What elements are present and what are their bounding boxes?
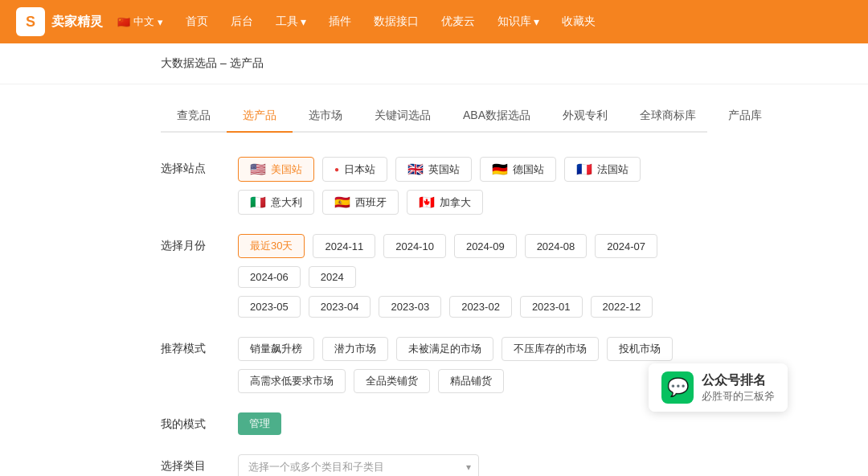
lang-button[interactable]: 🇨🇳 中文 ▾ <box>111 11 170 32</box>
nav-backend[interactable]: 后台 <box>219 10 264 34</box>
month-recent30[interactable]: 最近30天 <box>238 234 305 258</box>
nav-favorites[interactable]: 收藏夹 <box>551 10 607 34</box>
site-jp[interactable]: ● 日本站 <box>322 157 387 182</box>
tab-design-patent[interactable]: 外观专利 <box>547 101 624 133</box>
month-2023-03[interactable]: 2023-03 <box>379 296 441 318</box>
category-label: 选择类目 <box>161 454 225 474</box>
mode-options: 销量飙升榜 潜力市场 未被满足的市场 不压库存的市场 投机市场 高需求低要求市场… <box>238 337 707 393</box>
my-mode-section: 我的模式 管理 <box>161 412 707 435</box>
month-2024-10[interactable]: 2024-10 <box>383 234 446 258</box>
tab-product-library[interactable]: 产品库 <box>712 101 778 133</box>
site-section: 选择站点 🇺🇸 美国站 ● 日本站 🇬🇧 英国站 🇩🇪 德国站 🇫🇷 法国站 <box>161 157 707 215</box>
de-flag: 🇩🇪 <box>492 162 508 177</box>
site-it[interactable]: 🇮🇹 意大利 <box>238 190 314 215</box>
site-label: 选择站点 <box>161 157 225 176</box>
month-row1: 最近30天 2024-11 2024-10 2024-09 2024-08 20… <box>238 234 707 288</box>
month-2024-09[interactable]: 2024-09 <box>454 234 517 258</box>
it-flag: 🇮🇹 <box>250 195 266 210</box>
watermark-title: 公众号排名 <box>702 372 775 389</box>
logo[interactable]: S 卖家精灵 <box>16 7 103 36</box>
month-2023-02[interactable]: 2023-02 <box>449 296 512 318</box>
tab-query-competitors[interactable]: 查竞品 <box>161 101 227 133</box>
lang-label: 中文 <box>133 14 154 29</box>
nav-home[interactable]: 首页 <box>174 10 219 34</box>
mode-label: 推荐模式 <box>161 337 225 356</box>
nav-tools[interactable]: 工具 ▾ <box>264 10 317 34</box>
my-mode-options: 管理 <box>238 412 281 435</box>
month-2023-05[interactable]: 2023-05 <box>238 296 301 318</box>
site-fr[interactable]: 🇫🇷 法国站 <box>564 157 641 182</box>
mode-unmet[interactable]: 未被满足的市场 <box>396 337 493 361</box>
logo-text: 卖家精灵 <box>51 14 103 31</box>
month-2024-11[interactable]: 2024-11 <box>313 234 375 258</box>
site-options: 🇺🇸 美国站 ● 日本站 🇬🇧 英国站 🇩🇪 德国站 🇫🇷 法国站 🇮🇹 <box>238 157 707 215</box>
mode-boutique[interactable]: 精品铺货 <box>438 369 504 393</box>
jp-dot: ● <box>334 165 339 174</box>
site-us[interactable]: 🇺🇸 美国站 <box>238 157 314 182</box>
mode-no-stock-pressure[interactable]: 不压库存的市场 <box>502 337 599 361</box>
tab-keyword-select[interactable]: 关键词选品 <box>358 101 447 133</box>
nav-knowledge[interactable]: 知识库 ▾ <box>486 10 551 34</box>
month-2023-01[interactable]: 2023-01 <box>520 296 583 318</box>
month-2024-06[interactable]: 2024-06 <box>238 266 301 288</box>
tab-select-market[interactable]: 选市场 <box>293 101 358 133</box>
navbar: S 卖家精灵 🇨🇳 中文 ▾ 首页 后台 工具 ▾ 插件 数据接口 优麦云 知识… <box>0 0 868 43</box>
month-label: 选择月份 <box>161 234 225 253</box>
lang-arrow: ▾ <box>158 16 163 28</box>
mode-sales-surge[interactable]: 销量飙升榜 <box>238 337 314 361</box>
mode-section: 推荐模式 销量飙升榜 潜力市场 未被满足的市场 不压库存的市场 投机市场 高需求… <box>161 337 707 393</box>
logo-icon: S <box>16 7 45 36</box>
mode-speculative[interactable]: 投机市场 <box>607 337 673 361</box>
tab-select-product[interactable]: 选产品 <box>227 101 293 133</box>
month-2024-07[interactable]: 2024-07 <box>595 234 657 258</box>
nav-data-api[interactable]: 数据接口 <box>362 10 430 34</box>
fr-flag: 🇫🇷 <box>576 162 592 177</box>
breadcrumb-bar: 大数据选品 – 选产品 <box>0 43 868 84</box>
breadcrumb: 大数据选品 – 选产品 <box>161 56 264 69</box>
page-body: 查竞品 选产品 选市场 关键词选品 ABA数据选品 外观专利 全球商标库 产品库… <box>0 84 868 476</box>
my-mode-label: 我的模式 <box>161 412 225 432</box>
us-flag: 🇺🇸 <box>250 162 266 177</box>
watermark-overlay: 💬 公众号排名 必胜哥的三板斧 <box>649 363 788 412</box>
site-es[interactable]: 🇪🇸 西班牙 <box>322 190 399 215</box>
ca-flag: 🇨🇦 <box>419 195 435 210</box>
category-select[interactable]: 选择一个或多个类目和子类目 <box>238 454 479 476</box>
month-row2: 2023-05 2023-04 2023-03 2023-02 2023-01 … <box>238 296 707 318</box>
site-ca[interactable]: 🇨🇦 加拿大 <box>407 190 483 215</box>
month-2022-12[interactable]: 2022-12 <box>591 296 653 318</box>
mode-potential[interactable]: 潜力市场 <box>322 337 388 361</box>
manage-button[interactable]: 管理 <box>238 412 281 435</box>
tab-global-trademark[interactable]: 全球商标库 <box>624 101 712 133</box>
mode-all-category[interactable]: 全品类铺货 <box>354 369 430 393</box>
wechat-icon: 💬 <box>661 371 694 404</box>
es-flag: 🇪🇸 <box>334 195 350 210</box>
mode-high-demand-low-comp[interactable]: 高需求低要求市场 <box>238 369 346 393</box>
nav-youmai[interactable]: 优麦云 <box>430 10 486 34</box>
month-options-container: 最近30天 2024-11 2024-10 2024-09 2024-08 20… <box>238 234 707 318</box>
month-2024-08[interactable]: 2024-08 <box>525 234 588 258</box>
category-select-wrap: 选择一个或多个类目和子类目 ▾ <box>238 454 479 476</box>
category-section: 选择类目 选择一个或多个类目和子类目 ▾ <box>161 454 707 476</box>
flag-icon: 🇨🇳 <box>117 16 130 28</box>
watermark-info: 公众号排名 必胜哥的三板斧 <box>702 372 775 404</box>
uk-flag: 🇬🇧 <box>407 162 424 177</box>
month-2023-04[interactable]: 2023-04 <box>309 296 371 318</box>
month-section: 选择月份 最近30天 2024-11 2024-10 2024-09 2024-… <box>161 234 707 318</box>
site-uk[interactable]: 🇬🇧 英国站 <box>395 157 472 182</box>
watermark-subtitle: 必胜哥的三板斧 <box>702 389 775 404</box>
month-2024[interactable]: 2024 <box>309 266 356 288</box>
tabs-row: 查竞品 选产品 选市场 关键词选品 ABA数据选品 外观专利 全球商标库 产品库 <box>161 101 707 133</box>
nav-plugin[interactable]: 插件 <box>317 10 362 34</box>
tab-aba-data[interactable]: ABA数据选品 <box>447 101 547 133</box>
site-de[interactable]: 🇩🇪 德国站 <box>480 157 556 182</box>
